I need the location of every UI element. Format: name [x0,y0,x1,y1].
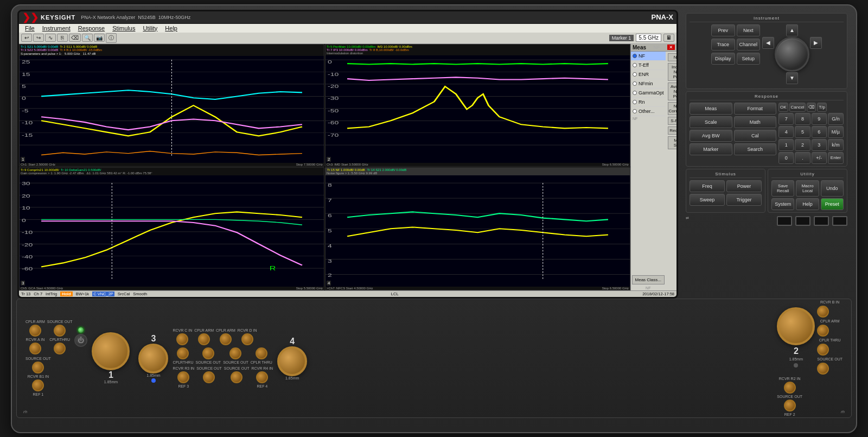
display-btn[interactable]: Display [711,53,735,65]
toolbar-wave[interactable]: ∿ [45,34,56,42]
channel-btn[interactable]: Channel [737,39,761,50]
key-3[interactable]: 3 [812,139,827,151]
key-8[interactable]: 8 [795,113,810,125]
menu-utility[interactable]: Utility [139,24,161,32]
key-km[interactable]: k/m [828,139,844,151]
meas-option-other[interactable]: Other... [631,107,666,116]
toolbar-camera[interactable]: 📷 [94,34,105,42]
power-button[interactable]: ⏻ [74,334,87,347]
nav-right-btn[interactable]: ▶ [810,37,822,49]
key-7[interactable]: 7 [778,113,794,125]
sweep-btn[interactable]: Sweep [690,194,725,206]
help-btn[interactable]: Help [796,198,819,210]
key-4[interactable]: 4 [778,126,794,138]
save-recall-btn[interactable]: Save Recall [771,180,794,197]
prev-btn[interactable]: Prev [711,24,735,36]
rcvr-c-label: RCVR C IN [173,328,192,332]
key-mu[interactable]: M/µ [828,126,844,138]
marker-btn[interactable]: Marker [690,143,732,155]
backspace-btn[interactable]: ⌫ [807,103,816,112]
setup-btn[interactable]: Setup [737,53,761,65]
scale-btn[interactable]: Scale [690,116,732,128]
meas-close-btn[interactable]: ✕ [667,45,675,50]
src-r4-label: SOURCE OUT [224,366,250,370]
math-btn[interactable]: Math [734,116,777,128]
meas-correlation-btn[interactable]: Noise Correlation [668,102,676,115]
trace-btn[interactable]: Trace [711,39,735,50]
key-plusminus[interactable]: +/- [812,152,827,164]
meas-teff-label: T-Eff [639,62,649,68]
meas-option-enr[interactable]: ENR [631,70,666,79]
cancel-btn[interactable]: Cancel [789,103,806,112]
status-datetime: 2018/02/12-17:58 [642,292,674,296]
svg-text:2: 2 [328,272,332,278]
toolbar-copy[interactable]: ⎘ [57,34,68,42]
meas-radio-gammaopt [633,91,637,95]
meas-setup-btn[interactable]: Meas Setup [668,136,676,149]
rcvr-r2-conn [784,382,796,394]
meas-option-teff[interactable]: T-Eff [631,61,666,70]
freq-btn[interactable]: Freq [690,180,725,192]
svg-text:-50: -50 [328,107,339,113]
menu-response[interactable]: Response [74,24,109,32]
system-btn[interactable]: System [771,198,794,210]
cal-btn[interactable]: Cal [734,130,777,142]
preset-btn[interactable]: Preset [821,198,844,210]
key-dot[interactable]: . [795,152,810,164]
key-9[interactable]: 9 [812,113,827,125]
avg-bw-btn[interactable]: Avg BW [690,130,732,142]
next-btn[interactable]: Next [737,24,761,36]
meas-noise-btn[interactable]: Noise [668,53,676,61]
toolbar-delete[interactable]: ⌫ [69,34,81,42]
menu-file[interactable]: File [21,24,39,32]
format-btn[interactable]: Format [734,103,777,115]
enter-btn[interactable]: Enter [828,152,844,164]
key-0[interactable]: 0 [778,152,794,164]
meas-sparam-btn[interactable]: S-Param [668,117,676,125]
meas-side-buttons: Noise Incident Noise Power Available Noi… [666,52,676,290]
undo-btn[interactable]: Undo [821,180,844,197]
key-6[interactable]: 6 [812,126,827,138]
source-rcvr-bottom: SOURCE OUT RCVR B1 IN REF 1 [25,357,87,396]
bottom-section: CPLR ARM RCVR A IN SOURCE OUT CPLRTHRU ⏻ [16,299,852,418]
nav-down-btn[interactable]: ▼ [786,72,798,84]
meas-option-nf[interactable]: NF [631,52,666,61]
trigger-btn[interactable]: Trigger [726,194,762,206]
marker-calc-btn[interactable]: 🖩 [663,34,674,42]
menu-instrument[interactable]: Instrument [39,24,74,32]
key-1[interactable]: 1 [778,139,794,151]
menu-help[interactable]: Help [161,24,181,32]
meas-incident-btn[interactable]: Incident Noise Power [668,63,676,81]
response-section-title: Response [690,94,844,100]
meas-available-btn[interactable]: Available Noise Power [668,83,676,100]
menu-stimulus[interactable]: Stimulus [108,24,139,32]
port3-label: 3 [151,334,156,344]
nav-left-btn[interactable]: ◀ [762,37,774,49]
usb-port-1 [777,216,792,226]
cplr-thru-row: CPLRTHRU SOURCE OUT SOURCE OUT CPLR THRU [173,347,273,364]
toolbar-zoom[interactable]: 🔍 [82,34,93,42]
ok-btn[interactable]: OK [778,103,788,112]
tp-btn[interactable]: T/p [817,103,827,112]
toolbar-info[interactable]: ⓘ [106,33,117,43]
macro-local-btn[interactable]: Macro Local [796,180,819,197]
meas-receivers-btn[interactable]: Receivers [668,126,676,135]
key-2[interactable]: 2 [795,139,810,151]
meas-option-nfmin[interactable]: NFmin [631,79,666,88]
nav-up-btn[interactable]: ▲ [786,24,798,36]
meas-class-btn[interactable]: Meas Class... [632,275,665,284]
toolbar-undo[interactable]: ↩ [21,34,32,42]
port1-size: 1.85mm [104,380,118,384]
screen-area: ❯❯ KEYSIGHT PNA-X Network Analyzer N5245… [17,10,678,299]
meas-option-gammaopt[interactable]: GammaOpt [631,88,666,98]
key-5[interactable]: 5 [795,126,810,138]
search-btn[interactable]: Search [734,143,777,155]
usb-icon-area: ⇄ [686,216,689,226]
power-btn[interactable]: Power [726,180,762,192]
chart1-footer: Ch1: Start 2.50000 GHz Stop 7.50000 GHz [20,163,324,166]
nav-knob[interactable] [775,37,809,72]
meas-response-btn[interactable]: Meas [690,103,732,115]
meas-option-rn[interactable]: Rn [631,98,666,107]
toolbar-redo[interactable]: ↪ [33,34,44,42]
key-gn[interactable]: G/n [828,113,844,125]
